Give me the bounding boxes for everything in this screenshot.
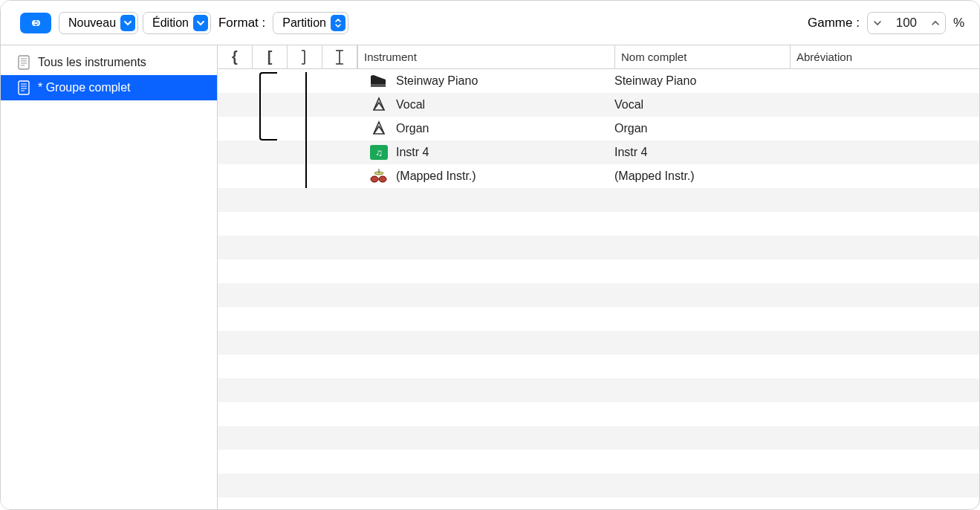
cell-nom-complet[interactable]: Instr 4 [614, 146, 790, 159]
main: { [ Instrument Nom complet Abr [218, 45, 979, 509]
sidebar-item-all-instruments[interactable]: Tous les instruments [1, 50, 217, 75]
midi-icon: ♫ [369, 144, 389, 161]
link-button[interactable] [20, 13, 51, 33]
svg-rect-0 [19, 56, 29, 69]
piano-icon [369, 73, 389, 89]
cell-nom-complet[interactable]: (Mapped Instr.) [614, 170, 790, 183]
cell-nom-complet[interactable]: Organ [614, 122, 790, 135]
updown-icon [331, 15, 345, 31]
sidebar: Tous les instruments * Groupe complet [1, 45, 218, 509]
sidebar-item-label: Tous les instruments [38, 56, 146, 69]
drums-icon [369, 168, 389, 184]
column-label: Instrument [364, 51, 417, 63]
table-row[interactable]: ♫Instr 4Instr 4 [218, 141, 979, 164]
score-set-window: Nouveau Édition Format : Partition Gamme… [0, 0, 980, 510]
bracket-header-3[interactable] [288, 45, 322, 68]
gamme-value: 100 [884, 16, 929, 30]
bracket-icon: [ [267, 48, 273, 65]
table-header: { [ Instrument Nom complet Abr [218, 45, 979, 69]
gamme-group: Gamme : 100 % [805, 12, 964, 34]
instrument-name: Steinway Piano [396, 74, 478, 88]
edition-label: Édition [152, 16, 189, 30]
table-row[interactable]: OrganOrgan [218, 117, 979, 141]
cell-instrument[interactable]: Vocal [357, 97, 614, 113]
chevron-down-icon[interactable] [871, 13, 884, 33]
svg-rect-2 [371, 84, 386, 87]
instrument-name: Organ [396, 122, 429, 135]
nouveau-label: Nouveau [68, 16, 116, 30]
brace-icon: { [232, 48, 238, 65]
instrument-name: Instr 4 [396, 146, 429, 159]
bracket-header-2[interactable]: [ [253, 45, 288, 68]
column-header-abr[interactable]: Abréviation [790, 45, 979, 68]
format-value: Partition [282, 16, 326, 30]
table-row[interactable]: (Mapped Instr.)(Mapped Instr.) [218, 164, 979, 188]
table-row[interactable]: VocalVocal [218, 93, 979, 117]
column-label: Abréviation [796, 51, 852, 63]
svg-point-4 [379, 176, 386, 182]
list-icon [17, 80, 30, 96]
format-label: Format : [218, 16, 265, 30]
rows-layer: Steinway PianoSteinway PianoVocalVocalOr… [218, 69, 979, 509]
body: Tous les instruments * Groupe complet { … [1, 45, 979, 509]
list-icon [17, 54, 30, 71]
toolbar: Nouveau Édition Format : Partition Gamme… [1, 1, 979, 45]
link-icon [27, 17, 44, 29]
gamme-spinner[interactable]: 100 [867, 12, 946, 34]
sidebar-item-label: * Groupe complet [38, 81, 131, 94]
cell-instrument[interactable]: (Mapped Instr.) [357, 168, 614, 184]
percent-label: % [953, 16, 964, 30]
edition-menu[interactable]: Édition [143, 12, 211, 34]
table-row[interactable]: Steinway PianoSteinway Piano [218, 69, 979, 93]
chevron-up-icon[interactable] [929, 13, 942, 33]
cell-instrument[interactable]: Organ [357, 120, 614, 137]
chevron-down-icon [120, 15, 135, 31]
instrument-name: (Mapped Instr.) [396, 170, 476, 183]
barline-caps-icon [334, 49, 345, 65]
chevron-down-icon [193, 15, 208, 31]
column-header-instrument[interactable]: Instrument [357, 45, 614, 68]
bracket-header-4[interactable] [322, 45, 357, 68]
column-header-nom[interactable]: Nom complet [614, 45, 790, 68]
cell-instrument[interactable]: Steinway Piano [357, 73, 614, 89]
column-label: Nom complet [621, 51, 687, 63]
sidebar-item-complete-group[interactable]: * Groupe complet [1, 75, 217, 100]
svg-rect-1 [19, 81, 29, 94]
table-body: Steinway PianoSteinway PianoVocalVocalOr… [218, 69, 979, 509]
instrument-name: Vocal [396, 98, 425, 112]
barline-icon [299, 49, 310, 65]
organ-icon [369, 120, 389, 137]
svg-point-3 [371, 176, 378, 182]
cell-nom-complet[interactable]: Steinway Piano [614, 74, 790, 88]
cell-nom-complet[interactable]: Vocal [614, 98, 790, 112]
cell-instrument[interactable]: ♫Instr 4 [357, 144, 614, 161]
nouveau-menu[interactable]: Nouveau [59, 12, 138, 34]
vocal-icon [369, 97, 389, 113]
format-select[interactable]: Partition [273, 12, 348, 34]
bracket-header-1[interactable]: { [218, 45, 253, 68]
gamme-label: Gamme : [808, 16, 860, 30]
